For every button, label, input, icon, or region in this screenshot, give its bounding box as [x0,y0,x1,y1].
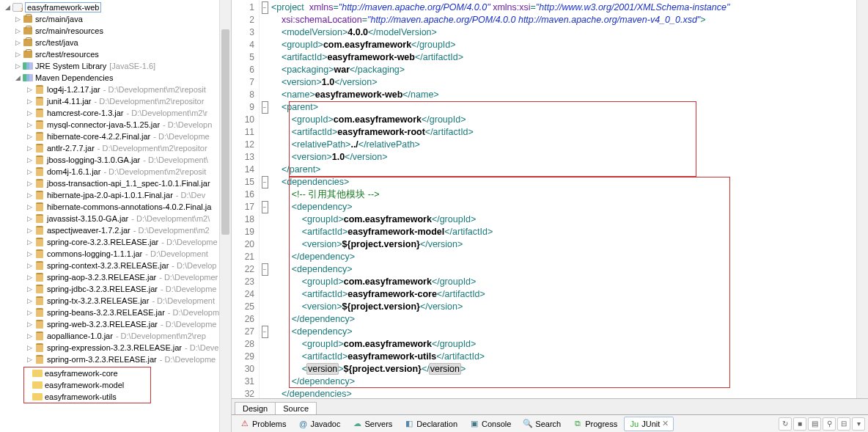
source-folder[interactable]: ▷ src/main/java [0,13,231,25]
chevron-down-icon[interactable]: ◢ [13,73,22,82]
view-search[interactable]: 🔍 Search [518,417,566,431]
chevron-right-icon[interactable]: ▷ [13,50,22,59]
menu-button[interactable]: ▾ [852,417,865,431]
chevron-right-icon[interactable]: ▷ [13,38,22,47]
jar-path: - D:\Development\m2\rep [116,332,206,340]
chevron-right-icon[interactable]: ▷ [25,120,34,129]
view-declaration[interactable]: ◧ Declaration [399,417,463,431]
jar-item[interactable]: ▷ hibernate-commons-annotations-4.0.2.Fi… [0,201,231,213]
chevron-right-icon[interactable]: ▷ [25,261,34,270]
chevron-right-icon[interactable]: ▷ [25,238,34,246]
chevron-right-icon[interactable]: ▷ [25,191,34,199]
chevron-right-icon[interactable]: ▷ [25,179,34,188]
jar-item[interactable]: ▷ aspectjweaver-1.7.2.jar - D:\Developme… [0,224,231,236]
package-explorer[interactable]: ◢ easyframework-web ▷ src/main/java ▷ sr… [0,0,232,432]
chevron-right-icon[interactable]: ▷ [25,355,34,364]
jar-item[interactable]: ▷ javassist-3.15.0-GA.jar - D:\Developme… [0,213,231,224]
chevron-right-icon[interactable]: ▷ [13,26,22,35]
editor-scrollbar[interactable] [856,0,868,398]
jar-item[interactable]: ▷ antlr-2.7.7.jar - D:\Development\m2\re… [0,142,231,154]
source-folder[interactable]: ▷ src/main/resources [0,25,231,37]
view-javadoc[interactable]: @ Javadoc [293,417,345,431]
jar-item[interactable]: ▷ spring-context-3.2.3.RELEASE.jar - D:\… [0,260,231,271]
chevron-right-icon[interactable]: ▷ [25,202,34,211]
jar-item[interactable]: ▷ mysql-connector-java-5.1.25.jar - D:\D… [0,119,231,131]
chevron-right-icon[interactable]: ▷ [25,167,34,176]
project-ref[interactable]: easyframework-utils [24,391,150,403]
jar-name: dom4j-1.6.1.jar [47,167,100,176]
chevron-right-icon[interactable]: ▷ [25,320,34,329]
jre-library[interactable]: ▷ JRE System Library [JavaSE-1.6] [0,60,231,72]
fold-toggle[interactable]: − [262,101,268,114]
chevron-right-icon[interactable]: ▷ [25,343,34,352]
view-junit[interactable]: Ju JUnit ✕ [624,417,674,431]
chevron-right-icon[interactable]: ▷ [25,249,34,258]
jar-item[interactable]: ▷ spring-aop-3.2.3.RELEASE.jar - D:\Deve… [0,271,231,283]
view-progress[interactable]: ⧉ Progress [567,417,622,431]
chevron-right-icon[interactable]: ▷ [25,144,34,153]
source-folder[interactable]: ▷ src/test/resources [0,48,231,60]
chevron-right-icon[interactable]: ▷ [25,226,34,235]
jar-item[interactable]: ▷ spring-web-3.2.3.RELEASE.jar - D:\Deve… [0,318,231,330]
chevron-right-icon[interactable]: ▷ [25,97,34,106]
view-console[interactable]: ▣ Console [464,417,516,431]
sidebar-scrollbar[interactable] [219,0,231,432]
chevron-right-icon[interactable]: ▷ [13,15,22,23]
tab-design[interactable]: Design [235,402,276,414]
jar-item[interactable]: ▷ hibernate-core-4.2.2.Final.jar - D:\De… [0,131,231,142]
view-problems[interactable]: ⚠ Problems [235,417,291,431]
source-folder[interactable]: ▷ src/test/java [0,37,231,48]
stop-button[interactable]: ■ [793,417,806,431]
jar-item[interactable]: ▷ log4j-1.2.17.jar - D:\Development\m2\r… [0,84,231,95]
jar-path: - D:\Developme [160,355,216,364]
fold-toggle[interactable]: − [262,1,268,14]
chevron-right-icon[interactable]: ▷ [25,273,34,282]
maven-deps[interactable]: ◢ Maven Dependencies [0,72,231,84]
chevron-right-icon[interactable]: ▷ [25,109,34,117]
fold-toggle[interactable]: − [262,201,268,213]
collapse-button[interactable]: ⊟ [837,417,850,431]
chevron-right-icon[interactable]: ▷ [25,85,34,94]
scrollbar-thumb[interactable] [221,29,229,235]
chevron-right-icon[interactable]: ▷ [25,332,34,340]
jar-item[interactable]: ▷ hamcrest-core-1.3.jar - D:\Development… [0,107,231,119]
jar-item[interactable]: ▷ spring-jdbc-3.2.3.RELEASE.jar - D:\Dev… [0,283,231,295]
javadoc-icon: @ [298,419,308,429]
chevron-right-icon[interactable]: ▷ [25,214,34,223]
jar-item[interactable]: ▷ spring-tx-3.2.3.RELEASE.jar - D:\Devel… [0,295,231,307]
fold-toggle[interactable]: − [262,176,268,188]
jar-item[interactable]: ▷ aopalliance-1.0.jar - D:\Development\m… [0,330,231,342]
fold-gutter[interactable]: −−−−−− [260,0,270,398]
project-ref[interactable]: easyframework-model [24,379,150,391]
jar-item[interactable]: ▷ junit-4.11.jar - D:\Development\m2\rep… [0,95,231,107]
jar-item[interactable]: ▷ commons-logging-1.1.1.jar - D:\Develop… [0,248,231,260]
jar-item[interactable]: ▷ spring-orm-3.2.3.RELEASE.jar - D:\Deve… [0,354,231,365]
jar-item[interactable]: ▷ spring-core-3.2.3.RELEASE.jar - D:\Dev… [0,236,231,248]
pin-button[interactable]: ⚲ [823,417,836,431]
view-servers[interactable]: ☁ Servers [347,417,397,431]
chevron-right-icon[interactable]: ▷ [25,155,34,164]
tab-source[interactable]: Source [275,402,317,414]
chevron-right-icon[interactable]: ▷ [25,296,34,305]
chevron-down-icon[interactable]: ◢ [3,3,12,12]
view-label: Servers [364,420,392,428]
chevron-right-icon[interactable]: ▷ [13,62,22,70]
chevron-right-icon[interactable]: ▷ [25,308,34,317]
jar-item[interactable]: ▷ jboss-logging-3.1.0.GA.jar - D:\Develo… [0,154,231,166]
jar-name: aspectjweaver-1.7.2.jar [47,226,130,235]
jar-item[interactable]: ▷ spring-beans-3.2.3.RELEASE.jar - D:\De… [0,307,231,318]
jar-item[interactable]: ▷ hibernate-jpa-2.0-api-1.0.1.Final.jar … [0,189,231,201]
jar-item[interactable]: ▷ dom4j-1.6.1.jar - D:\Development\m2\re… [0,166,231,177]
xml-editor[interactable]: 1234567891011121314151617181920212223242… [232,0,868,398]
project-root[interactable]: ◢ easyframework-web [0,1,231,13]
chevron-right-icon[interactable]: ▷ [25,285,34,293]
fold-toggle[interactable]: − [262,326,268,338]
chevron-right-icon[interactable]: ▷ [25,132,34,141]
code-content[interactable]: <project xmlns="http://maven.apache.org/… [270,0,856,398]
project-ref[interactable]: easyframework-core [24,367,150,379]
fold-toggle[interactable]: − [262,263,268,276]
jar-item[interactable]: ▷ jboss-transaction-api_1.1_spec-1.0.1.F… [0,177,231,189]
relaunch-button[interactable]: ↻ [779,417,792,431]
jar-item[interactable]: ▷ spring-expression-3.2.3.RELEASE.jar - … [0,342,231,354]
history-button[interactable]: ▤ [808,417,821,431]
